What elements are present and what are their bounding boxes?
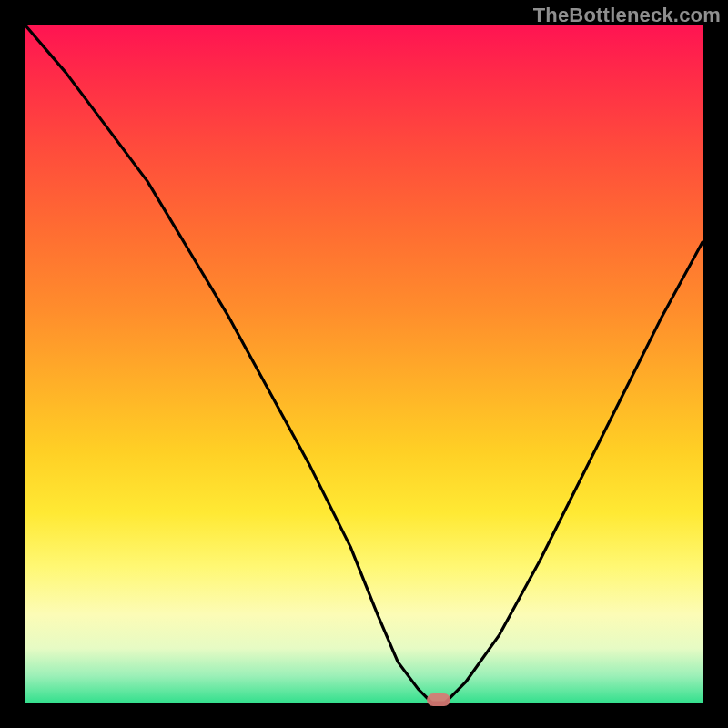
watermark-text: TheBottleneck.com [533,4,721,27]
curve-path [25,25,703,703]
minimum-marker [427,693,450,706]
chart-frame: TheBottleneck.com [0,0,728,728]
line-curve [25,25,703,703]
plot-area [25,25,703,703]
